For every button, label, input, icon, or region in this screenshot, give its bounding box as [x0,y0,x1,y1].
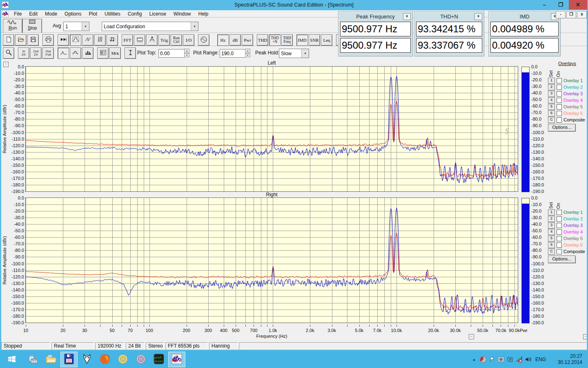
overlay-2-checkbox[interactable] [557,85,562,90]
mdi-close-button[interactable]: x [577,11,587,18]
markers-button[interactable]: Mrk [109,47,121,59]
load-configuration-combobox[interactable]: Load Configuration ▼ [102,22,198,31]
mdi-minimize-button[interactable]: - [556,11,566,18]
menu-plot[interactable]: Plot [85,11,101,17]
overlay-C-checkbox[interactable] [557,249,562,254]
menu-window[interactable]: Window [170,11,195,17]
minimize-button[interactable]: – [536,0,552,9]
zoom-button[interactable] [3,47,14,59]
overlay-6-checkbox[interactable] [557,242,562,248]
display-pwr-button[interactable]: Pwr [242,34,253,46]
start-button[interactable] [0,351,24,368]
fft-settings-button[interactable]: FFT [122,34,133,46]
overlay-set-2-button[interactable]: 2 [548,84,555,90]
scaling-button[interactable] [134,34,145,46]
menu-license[interactable]: License [145,11,169,17]
tray-pie-icon[interactable] [479,355,488,364]
menu-mode[interactable]: Mode [41,11,61,17]
overlay-set-3-button[interactable]: 3 [548,222,555,229]
close-icon[interactable]: x [474,13,482,20]
overlay-3-checkbox[interactable] [557,91,562,96]
overlay-set-3-button[interactable]: 3 [548,91,555,97]
menu-utilities[interactable]: Utilities [101,11,124,17]
spinner-up-icon[interactable]: ▲ [184,49,189,53]
overlay-5-checkbox[interactable] [557,104,562,110]
restore-button[interactable]: ❐ [552,0,569,9]
run-button[interactable]: Run [3,19,22,34]
zoom-in-2x-button[interactable]: In2X [18,47,29,59]
line-plot-button[interactable] [58,47,69,59]
mdi-restore-button[interactable]: ❐ [566,11,576,18]
left-spectrum-plot[interactable] [26,67,518,191]
thd-button[interactable]: THD [257,34,268,46]
server-manager-taskbar-button[interactable] [24,352,42,367]
plot-top-spinner[interactable]: ▲▼ [184,49,189,57]
zoom-out-2x-button[interactable]: Out2X [30,47,42,59]
taskbar-clock[interactable]: 20:27 30.12.2014 [550,353,582,366]
spectraplus-app-taskbar-button[interactable] [168,352,185,367]
close-button[interactable]: ✕ [569,0,587,9]
spectrogram-view-button[interactable] [94,34,106,46]
calibration-button[interactable] [146,34,158,46]
octave-view-button[interactable] [107,34,118,46]
media-app-gray-taskbar-button[interactable] [132,352,149,367]
zoom-out-full-button[interactable]: OutFull [42,47,54,59]
overlay-set-5-button[interactable]: 5 [548,104,555,110]
spinner-down-icon[interactable]: ▼ [245,53,250,58]
menu-options[interactable]: Options [61,11,85,17]
avg-combobox[interactable]: 1 ▼ [63,22,89,31]
thd-freq-button[interactable]: THDFreq [281,34,293,46]
menu-help[interactable]: Help [195,11,212,17]
step-plot-button[interactable] [70,47,81,59]
plot-range-spinner[interactable]: ▲▼ [245,49,250,57]
amplitude-range-button[interactable] [125,47,136,59]
language-indicator[interactable]: ENG [532,355,549,364]
save-file-button[interactable] [27,34,39,46]
collapse-pane-button[interactable]: − [469,334,474,339]
overlay-4-checkbox[interactable] [557,98,562,103]
snr-button[interactable]: SNR [309,34,320,46]
overlay-1-checkbox[interactable] [557,78,562,83]
play-continuous-button[interactable] [58,34,69,46]
display-options-button[interactable] [97,47,109,59]
tray-volume-icon[interactable] [523,355,532,364]
phase-view-button[interactable] [82,34,94,46]
overlay-set-4-button[interactable]: 4 [548,97,555,103]
plot-top-input[interactable] [158,49,185,58]
menu-file[interactable]: File [10,11,25,17]
tray-flag-icon[interactable] [488,355,497,364]
overlay-3-checkbox[interactable] [557,223,562,228]
tray-expand-icon[interactable]: ▲ [470,355,479,364]
overlay-set-1-button[interactable]: 1 [548,209,555,215]
file-explorer-taskbar-button[interactable] [42,352,60,367]
bar-plot-button[interactable] [82,47,94,59]
overlay-set-4-button[interactable]: 4 [548,229,555,235]
overlay-options-button[interactable]: Options... [548,124,576,132]
foobar2000-taskbar-button[interactable] [78,352,96,367]
overlay-6-checkbox[interactable] [557,111,562,116]
print-button[interactable] [42,34,54,46]
overlay-set-2-button[interactable]: 2 [548,216,555,222]
overlay-set-C-button[interactable]: C [548,117,555,123]
overlay-set-5-button[interactable]: 5 [548,236,555,242]
run-control-button[interactable]: RunCtrl [171,34,182,46]
display-db-button[interactable]: dB [229,34,241,46]
display-hz-button[interactable]: Hz [217,34,229,46]
plot-range-input[interactable] [220,49,245,58]
overlay-set-6-button[interactable]: 6 [548,110,555,117]
overlay-2-checkbox[interactable] [557,216,562,222]
menu-config[interactable]: Config [124,11,146,17]
firefox-taskbar-button[interactable] [96,352,114,367]
media-app-yellow-taskbar-button[interactable] [114,352,131,367]
right-spectrum-plot[interactable] [26,198,518,323]
close-icon[interactable]: x [403,13,411,20]
overlay-options-button[interactable]: Options... [548,256,576,263]
overlay-set-1-button[interactable]: 1 [548,78,555,84]
professor-app-taskbar-button[interactable]: prof-essor [150,352,167,367]
overlay-set-C-button[interactable]: C [548,249,555,255]
leq-button[interactable]: Leq [321,34,332,46]
tray-photo-icon[interactable] [497,355,506,364]
overlay-1-checkbox[interactable] [557,210,562,215]
spectrum-view-button[interactable] [70,34,81,46]
peak-hold-combobox[interactable]: Slow ▼ [279,49,309,58]
